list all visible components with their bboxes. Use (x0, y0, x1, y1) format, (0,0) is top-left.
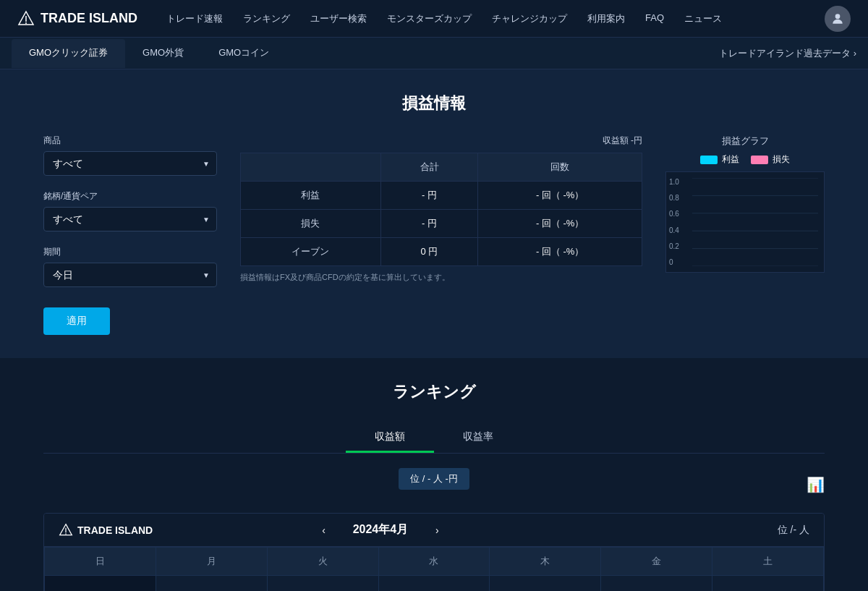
calendar-rank: 位 /- 人 (778, 524, 809, 537)
calendar-month: 2024年4月 (337, 522, 424, 537)
nav-user-search[interactable]: ユーザー検索 (310, 12, 367, 25)
product-select[interactable]: すべて (43, 151, 217, 176)
ranking-tabs: 収益額 収益率 (43, 423, 825, 454)
graph-area: 1.0 0.8 0.6 0.4 0.2 0 (665, 171, 825, 273)
table-note: 損益情報はFX及び商品CFDの約定を基に算出しています。 (240, 272, 642, 283)
product-label: 商品 (43, 135, 217, 147)
pnl-col-total: 合計 (380, 153, 478, 182)
pnl-col-empty (241, 153, 381, 182)
logo[interactable]: TRADE ISLAND (17, 10, 137, 27)
table-row-even: イーブン 0 円 - 回（ -%） (241, 238, 642, 266)
loss-count: - 回（ -%） (478, 210, 642, 238)
nav-monsters-cup[interactable]: モンスターズカップ (387, 12, 472, 25)
graph-legend: 利益 損失 (665, 153, 825, 166)
nav-usage[interactable]: 利用案内 (587, 12, 625, 25)
profit-count: - 回（ -%） (478, 182, 642, 210)
past-data-link[interactable]: トレードアイランド過去データ › (719, 47, 856, 60)
table-row-profit: 利益 - 円 - 回（ -%） (241, 182, 642, 210)
calendar-day[interactable]: 6 (712, 576, 824, 592)
sub-nav-tabs: GMOクリック証券 GMO外貨 GMOコイン (12, 39, 286, 68)
pnl-table: 合計 回数 利益 - 円 - 回（ -%） 損失 - 円 (240, 153, 642, 266)
calendar-day[interactable]: 3 (378, 576, 490, 592)
sub-tab-gmo-coin[interactable]: GMOコイン (201, 39, 286, 68)
loss-amount: - 円 (380, 210, 478, 238)
pnl-title: 損益情報 (43, 93, 825, 114)
calendar-day[interactable]: 5 (601, 576, 712, 592)
calendar-day[interactable]: 1 (156, 576, 267, 592)
stock-select[interactable]: すべて (43, 207, 217, 231)
pnl-graph: 損益グラフ 利益 損失 1.0 0.8 0.6 (665, 135, 825, 273)
main-content: 損益情報 商品 すべて 銘柄/通貨ペア すべて (0, 69, 868, 591)
period-label: 期間 (43, 246, 217, 258)
graph-canvas (692, 178, 818, 266)
apply-button[interactable]: 適用 (43, 307, 110, 335)
tab-profit-amount[interactable]: 収益額 (346, 423, 434, 453)
chevron-right-icon: › (854, 48, 856, 59)
calendar-header: TRADE ISLAND ‹ 2024年4月 › 位 /- 人 (44, 514, 824, 547)
nav-challenge-cup[interactable]: チャレンジカップ (492, 12, 567, 25)
avatar[interactable] (825, 6, 851, 32)
stock-label: 銘柄/通貨ペア (43, 190, 217, 203)
period-select-wrapper: 今日 (43, 263, 217, 287)
tab-profit-rate[interactable]: 収益率 (434, 423, 522, 453)
stock-select-wrapper: すべて (43, 207, 217, 231)
product-filter: 商品 すべて (43, 135, 217, 176)
pnl-table-area: 収益額 -円 合計 回数 利益 - 円 - 回（ -%） (240, 135, 642, 283)
even-label: イーブン (241, 238, 381, 266)
calendar-day[interactable]: 2 (267, 576, 378, 592)
graph-svg (692, 178, 818, 266)
header: TRADE ISLAND トレード速報 ランキング ユーザー検索 モンスターズカ… (0, 0, 868, 38)
main-nav: トレード速報 ランキング ユーザー検索 モンスターズカップ チャレンジカップ 利… (166, 12, 825, 25)
prev-month-button[interactable]: ‹ (322, 524, 326, 536)
pnl-col-count: 回数 (478, 153, 642, 182)
table-row-loss: 損失 - 円 - 回（ -%） (241, 210, 642, 238)
calendar-day[interactable]: 4 (490, 576, 601, 592)
ranking-title: ランキング (43, 381, 825, 403)
logo-icon (17, 10, 35, 27)
nav-faq[interactable]: FAQ (645, 12, 664, 25)
weekday-mon: 月 (156, 548, 267, 576)
calendar: TRADE ISLAND ‹ 2024年4月 › 位 /- 人 日 月 火 水 (43, 513, 825, 591)
profit-color-swatch (700, 156, 718, 164)
svg-point-12 (65, 533, 67, 535)
loss-label: 損失 (241, 210, 381, 238)
legend-loss: 損失 (751, 153, 790, 166)
calendar-logo-icon (59, 523, 73, 537)
profit-label: 利益 (241, 182, 381, 210)
pnl-filters: 商品 すべて 銘柄/通貨ペア すべて 期 (43, 135, 217, 335)
graph-y-labels: 1.0 0.8 0.6 0.4 0.2 0 (666, 178, 686, 266)
weekday-wed: 水 (378, 548, 490, 576)
sub-tab-gmo-click[interactable]: GMOクリック証券 (12, 39, 125, 68)
even-amount: 0 円 (380, 238, 478, 266)
calendar-day[interactable] (45, 576, 156, 592)
weekday-sun: 日 (45, 548, 156, 576)
loss-color-swatch (751, 156, 768, 164)
stock-filter: 銘柄/通貨ペア すべて (43, 190, 217, 231)
ranking-section: ランキング 収益額 収益率 位 / - 人 -円 📊 (0, 358, 868, 591)
pnl-section: 損益情報 商品 すべて 銘柄/通貨ペア すべて (0, 69, 868, 358)
weekday-sat: 土 (712, 548, 824, 576)
calendar-grid: 日 月 火 水 木 金 土 12345678910111213141516171… (44, 547, 824, 591)
product-select-wrapper: すべて (43, 151, 217, 176)
sub-nav: GMOクリック証券 GMO外貨 GMOコイン トレードアイランド過去データ › (0, 38, 868, 69)
weekday-tue: 火 (267, 548, 378, 576)
profit-amount: - 円 (380, 182, 478, 210)
period-select[interactable]: 今日 (43, 263, 217, 287)
svg-point-3 (835, 14, 841, 19)
graph-title: 損益グラフ (665, 135, 825, 148)
nav-ranking[interactable]: ランキング (243, 12, 290, 25)
ranking-chart-icon[interactable]: 📊 (807, 476, 825, 493)
pnl-table-header: 収益額 -円 (240, 135, 642, 147)
period-filter: 期間 今日 (43, 246, 217, 287)
weekday-fri: 金 (601, 548, 712, 576)
even-count: - 回（ -%） (478, 238, 642, 266)
weekday-thu: 木 (490, 548, 601, 576)
ranking-badge: 位 / - 人 -円 (399, 468, 469, 490)
legend-profit: 利益 (700, 153, 739, 166)
calendar-nav: ‹ 2024年4月 › (322, 522, 438, 537)
nav-news[interactable]: ニュース (684, 12, 722, 25)
next-month-button[interactable]: › (435, 524, 439, 536)
calendar-logo: TRADE ISLAND (59, 523, 153, 537)
sub-tab-gmo-fx[interactable]: GMO外貨 (125, 39, 201, 68)
nav-trade-news[interactable]: トレード速報 (166, 12, 223, 25)
